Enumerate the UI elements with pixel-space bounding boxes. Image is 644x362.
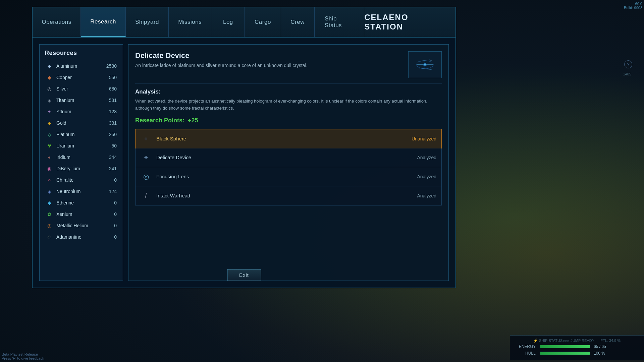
artifact-status-delicate_device: Analyzed bbox=[417, 155, 436, 160]
resource-name-diberyllium: DiBeryllium bbox=[56, 166, 109, 171]
item-header: Delicate Device An intricate latice of p… bbox=[135, 51, 442, 78]
resource-name-titanium: Titanium bbox=[56, 98, 109, 103]
resource-amount-iridium: 344 bbox=[109, 155, 117, 160]
hud-hull: HULL: 100 % bbox=[515, 351, 639, 356]
artifact-row-delicate_device[interactable]: ✦ Delicate Device Analyzed bbox=[136, 148, 441, 167]
resource-item-aluminum: ◆ Aluminum 2530 bbox=[43, 61, 119, 71]
resource-amount-xenium: 0 bbox=[114, 212, 117, 217]
resource-icon-chiralite: ○ bbox=[46, 176, 53, 184]
tab-shipyard[interactable]: Shipyard bbox=[126, 7, 169, 37]
tab-missions[interactable]: Missions bbox=[169, 7, 211, 37]
artifact-name-intact_warhead: Intact Warhead bbox=[156, 193, 417, 198]
resource-icon-copper: ◆ bbox=[46, 74, 53, 81]
energy-bar-fill bbox=[540, 345, 590, 348]
exit-container: Exit bbox=[227, 269, 261, 281]
research-points-value: +25 bbox=[188, 117, 198, 124]
item-image bbox=[412, 55, 438, 75]
resource-amount-metallic_helium: 0 bbox=[114, 223, 117, 228]
resource-item-chiralite: ○ Chiralite 0 bbox=[43, 175, 119, 185]
svg-point-8 bbox=[431, 60, 432, 61]
resource-name-neutronium: Neutronium bbox=[56, 189, 109, 194]
resource-name-xenium: Xenium bbox=[56, 212, 114, 217]
resource-item-copper: ◆ Copper 550 bbox=[43, 72, 119, 83]
resource-icon-neutronium: ◈ bbox=[46, 188, 53, 195]
hull-label: HULL: bbox=[515, 351, 537, 356]
artifact-icon-delicate_device: ✦ bbox=[141, 152, 151, 163]
artifact-name-delicate_device: Delicate Device bbox=[156, 155, 417, 160]
item-description: An intricate latice of platinum and silv… bbox=[135, 62, 401, 69]
item-thumbnail bbox=[408, 51, 442, 78]
resource-name-uranium: Uranium bbox=[56, 143, 111, 148]
resource-icon-uranium: ☢ bbox=[46, 142, 53, 149]
info-panel: Delicate Device An intricate latice of p… bbox=[128, 44, 449, 281]
resource-name-iridium: Iridium bbox=[56, 155, 109, 160]
resource-icon-silver: ◎ bbox=[46, 85, 53, 93]
resource-item-etherine: ◆ Etherine 0 bbox=[43, 197, 119, 208]
resource-name-silver: Silver bbox=[56, 86, 109, 92]
analysis-title: Analysis: bbox=[135, 88, 442, 95]
artifact-icon-intact_warhead: / bbox=[141, 190, 151, 201]
resource-item-titanium: ◈ Titanium 581 bbox=[43, 95, 119, 106]
resource-item-silver: ◎ Silver 680 bbox=[43, 83, 119, 94]
version-text: Beta Playtest Release Press 'H' to give … bbox=[2, 352, 44, 360]
tab-operations[interactable]: Operations bbox=[33, 7, 81, 37]
resource-icon-metallic_helium: ◎ bbox=[46, 222, 53, 229]
item-info: Delicate Device An intricate latice of p… bbox=[135, 51, 401, 69]
nav-bar: Operations Research Shipyard Missions Lo… bbox=[33, 7, 455, 38]
resource-amount-titanium: 581 bbox=[109, 98, 117, 103]
resource-name-yttrium: Yttrium bbox=[56, 109, 109, 114]
resource-name-metallic_helium: Metallic Helium bbox=[56, 223, 114, 228]
energy-bar-bg bbox=[540, 345, 590, 348]
hud-ship-label: ⚡ SHIP STATUS ▸▸▸ JUMP READY FTL: 34.9 % bbox=[515, 339, 639, 343]
resource-list: ◆ Aluminum 2530 ◆ Copper 550 ◎ Silver 68… bbox=[43, 61, 119, 242]
resource-icon-etherine: ◆ bbox=[46, 199, 53, 206]
exit-button[interactable]: Exit bbox=[227, 269, 261, 281]
resource-name-aluminum: Aluminum bbox=[56, 63, 106, 69]
resource-name-gold: Gold bbox=[56, 120, 109, 126]
main-window: Operations Research Shipyard Missions Lo… bbox=[32, 7, 456, 288]
help-button[interactable]: ? bbox=[624, 60, 632, 68]
resource-item-diberyllium: ◉ DiBeryllium 241 bbox=[43, 163, 119, 174]
resource-amount-aluminum: 2530 bbox=[106, 63, 117, 69]
artifact-row-focusing_lens[interactable]: ◎ Focusing Lens Analyzed bbox=[136, 167, 441, 186]
artifact-name-focusing_lens: Focusing Lens bbox=[156, 174, 417, 179]
tab-ship-status[interactable]: Ship Status bbox=[315, 7, 364, 37]
artifact-status-black_sphere: Unanalyzed bbox=[412, 136, 436, 141]
tab-crew[interactable]: Crew bbox=[281, 7, 315, 37]
item-name: Delicate Device bbox=[135, 51, 401, 60]
resource-icon-platinum: ◇ bbox=[46, 131, 53, 138]
hull-bar-bg bbox=[540, 352, 590, 355]
artifact-row-black_sphere[interactable]: ● Black Sphere Unanalyzed bbox=[135, 129, 442, 148]
analysis-section: Analysis: When activated, the device pro… bbox=[135, 83, 442, 112]
resource-icon-iridium: ● bbox=[46, 154, 53, 161]
resources-title: Resources bbox=[43, 50, 119, 57]
resource-icon-yttrium: ✦ bbox=[46, 108, 53, 115]
tab-cargo[interactable]: Cargo bbox=[245, 7, 281, 37]
resource-name-chiralite: Chiralite bbox=[56, 177, 114, 183]
analysis-text: When activated, the device projects an a… bbox=[135, 98, 442, 112]
resource-amount-etherine: 0 bbox=[114, 200, 117, 205]
resource-amount-copper: 550 bbox=[109, 75, 117, 80]
resource-name-platinum: Platinum bbox=[56, 132, 109, 137]
resource-item-uranium: ☢ Uranium 50 bbox=[43, 140, 119, 151]
resource-name-adamantine: Adamantine bbox=[56, 234, 114, 240]
resource-item-gold: ◆ Gold 331 bbox=[43, 118, 119, 128]
resource-item-metallic_helium: ◎ Metallic Helium 0 bbox=[43, 220, 119, 231]
resource-item-adamantine: ◇ Adamantine 0 bbox=[43, 232, 119, 242]
research-points: Research Points: +25 bbox=[135, 117, 442, 124]
tab-research[interactable]: Research bbox=[81, 7, 126, 37]
artifact-status-intact_warhead: Analyzed bbox=[417, 193, 436, 198]
content-area: Resources ◆ Aluminum 2530 ◆ Copper 550 ◎… bbox=[33, 38, 455, 288]
energy-value: 65 / 65 bbox=[594, 344, 614, 349]
hud-energy: ENERGY: 65 / 65 bbox=[515, 344, 639, 349]
resource-amount-neutronium: 124 bbox=[109, 189, 117, 194]
artifact-icon-black_sphere: ● bbox=[141, 133, 151, 144]
resource-icon-aluminum: ◆ bbox=[46, 62, 53, 70]
resource-item-yttrium: ✦ Yttrium 123 bbox=[43, 106, 119, 117]
resource-name-copper: Copper bbox=[56, 75, 109, 80]
build-info: 60.0 Build: 9903 bbox=[624, 2, 642, 10]
artifact-list: ● Black Sphere Unanalyzed ✦ Delicate Dev… bbox=[135, 129, 442, 205]
resource-item-iridium: ● Iridium 344 bbox=[43, 152, 119, 163]
tab-log[interactable]: Log bbox=[211, 7, 245, 37]
artifact-row-intact_warhead[interactable]: / Intact Warhead Analyzed bbox=[136, 186, 441, 205]
